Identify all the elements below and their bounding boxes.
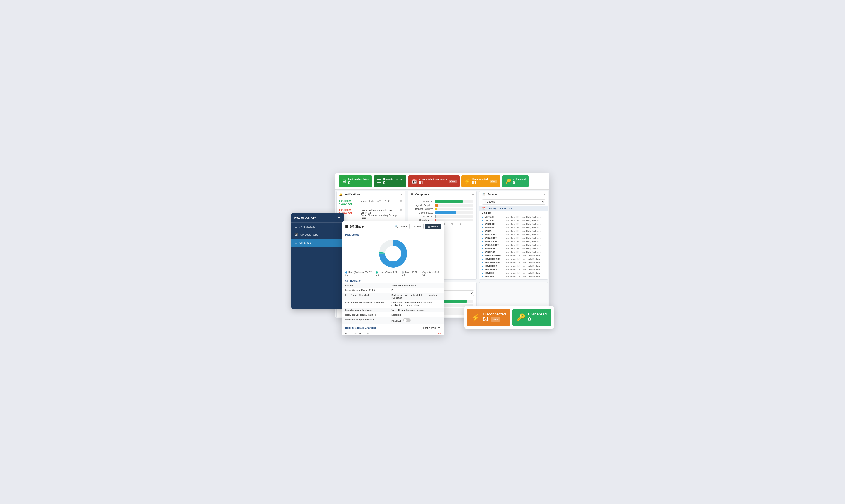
disk-donut-chart bbox=[379, 239, 407, 268]
table-row: Macrium Image Guardian Disabled bbox=[342, 317, 445, 324]
sm-local-repo-label: SM Local Repo bbox=[300, 233, 318, 236]
legend-used-other: Used (Other): 7.22 GB bbox=[376, 271, 397, 276]
sm-share-label: SM Share bbox=[300, 241, 311, 244]
server-icon: ■ bbox=[482, 247, 483, 250]
sidebar-item-aws-storage[interactable]: ☁ AWS Storage bbox=[291, 223, 344, 231]
status-tile-repo-errors[interactable]: ☰ Repository errors 0 bbox=[374, 176, 406, 187]
calendar-icon: 📅 bbox=[411, 179, 417, 184]
backup-change-value: -309 bbox=[436, 333, 441, 334]
chart-label: Unauthorized bbox=[411, 219, 435, 221]
list-item: ■ WIN10-32 Mix Client OS - Intra-Daily B… bbox=[480, 222, 548, 226]
forecast-select[interactable]: SM Share bbox=[482, 199, 545, 204]
recent-period-select[interactable]: Last 7 days bbox=[421, 326, 441, 330]
list-item: ■ SRV2016 Mix Server OS - Intra-Daily Ba… bbox=[480, 271, 548, 275]
delete-button[interactable]: 🗑 Delete bbox=[425, 223, 441, 229]
list-item: ■ SITEMANAGER Mix Server OS - Intra-Dail… bbox=[480, 254, 548, 257]
disk-legend: Used (Backups): 374.37 GB Used (Other): … bbox=[342, 270, 445, 277]
notif-delete-icon[interactable]: 🗑 bbox=[400, 209, 402, 211]
server-icon: ■ bbox=[482, 262, 483, 264]
chart-row-upgrade: Upgrade Required bbox=[411, 204, 473, 206]
sidebar-item-sm-share[interactable]: ☰ SM Share bbox=[291, 239, 344, 247]
drive-icon: 💾 bbox=[294, 233, 298, 236]
unlicensed-card-count: 0 bbox=[528, 316, 531, 322]
svg-point-3 bbox=[385, 246, 401, 262]
chart-label: Connected bbox=[411, 200, 435, 203]
list-item: ■ SRV2012R2 Mix Server OS - Intra-Daily … bbox=[480, 268, 548, 271]
list-item: ■ WIN10-64 Mix Client OS - Intra-Daily B… bbox=[480, 226, 548, 229]
disconnected-card[interactable]: ⚡ Disconnected 51 View bbox=[467, 309, 510, 326]
server-icon: ■ bbox=[482, 223, 483, 225]
notif-item: 06/18/20244:20:04 AM Image started on VI… bbox=[337, 198, 405, 207]
table-row: Full Path \\Sitemanager\Backups bbox=[342, 283, 445, 288]
server-icon: ■ bbox=[482, 275, 483, 278]
notifications-menu-icon[interactable]: ≡ bbox=[401, 193, 402, 196]
disconnected-label: Disconnected bbox=[472, 178, 488, 180]
unscheduled-view[interactable]: View bbox=[449, 180, 456, 183]
disconnected-count: 51 bbox=[472, 180, 488, 185]
disk-chart-container bbox=[342, 237, 445, 270]
server-icon: ■ bbox=[482, 254, 483, 257]
computers-menu-icon[interactable]: ≡ bbox=[472, 193, 474, 196]
server-icon: ■ bbox=[482, 251, 483, 253]
status-tile-unlicensed[interactable]: 🔑 Unlicensed 0 bbox=[502, 176, 529, 187]
backup-file-count-row: Backup File Count Change -309 bbox=[342, 332, 445, 334]
chart-label: Unlicensed bbox=[411, 215, 435, 218]
server-icon: ■ bbox=[482, 227, 483, 229]
browse-button[interactable]: 🔍 Browse bbox=[392, 223, 410, 229]
status-tile-unscheduled[interactable]: 📅 Unscheduled computers 51 View bbox=[408, 176, 460, 187]
config-value-simultaneous: Up to 10 simultaneous backups bbox=[388, 308, 445, 312]
notifications-title: Notifications bbox=[344, 193, 360, 196]
table-row: Retry on Credential Failure Disabled bbox=[342, 312, 445, 317]
repo-header-icon: ☰ bbox=[345, 224, 348, 228]
status-tile-last-backup[interactable]: 🖥 Last backup failed 0 bbox=[339, 176, 372, 187]
backup-change-label: Backup File Count Change bbox=[345, 333, 436, 334]
config-value-guardian: Disabled bbox=[388, 317, 445, 324]
list-item: ■ SRV2003R2-64 Mix Server OS - Intra-Dai… bbox=[480, 261, 548, 264]
status-tile-disconnected[interactable]: ⚡ Disconnected 51 View bbox=[461, 176, 501, 187]
forecast-time-430: 4:30 AM bbox=[480, 211, 548, 215]
configuration-title: Configuration bbox=[342, 277, 445, 283]
add-repository-button[interactable]: ＋ bbox=[337, 215, 341, 220]
cloud-icon: ☁ bbox=[294, 225, 298, 228]
notif-delete-icon[interactable]: 🗑 bbox=[400, 200, 402, 202]
server-icon: ■ bbox=[482, 230, 483, 232]
disconnected-view[interactable]: View bbox=[489, 180, 498, 183]
disconnected-card-view[interactable]: View bbox=[491, 317, 500, 322]
sidebar-header: New Repository ＋ bbox=[291, 213, 344, 223]
list-item: ■ SRV2019 Mix Server OS - Intra-Daily Ba… bbox=[480, 275, 548, 278]
repo-panel-header: ☰ SM Share 🔍 Browse ✏ Edit 🗑 Delete bbox=[342, 221, 445, 231]
server-icon: ■ bbox=[482, 268, 483, 271]
repo-errors-label: Repository errors bbox=[383, 178, 403, 180]
config-value-fullpath: \\Sitemanager\Backups bbox=[388, 283, 445, 288]
monitor-icon: 🖥 bbox=[342, 179, 346, 184]
repository-panel: ☰ SM Share 🔍 Browse ✏ Edit 🗑 Delete bbox=[342, 221, 445, 335]
last-backup-count: 0 bbox=[348, 180, 369, 185]
list-item: ■ WIN7-64BIT Mix Client OS - Intra-Daily… bbox=[480, 236, 548, 240]
unlicensed-card[interactable]: 🔑 Unlicensed 0 bbox=[512, 309, 551, 326]
repo-body: Disk Usage Used (Backups): 374.37 GB Use… bbox=[342, 231, 445, 334]
notif-item: 06/18/20244:20:00 AM Unknown Operation f… bbox=[337, 207, 405, 221]
table-row: Simultaneous Backups Up to 10 simultaneo… bbox=[342, 308, 445, 312]
unscheduled-count: 51 bbox=[419, 180, 447, 185]
notif-date: 06/18/20244:20:04 AM bbox=[339, 200, 359, 205]
list-item: ■ VISTA-32 Mix Client OS - Intra-Daily B… bbox=[480, 215, 548, 219]
sidebar-item-sm-local-repo[interactable]: 💾 SM Local Repo bbox=[291, 231, 344, 239]
forecast-date-tue: 📅 Tuesday - 18 Jun 2024 bbox=[480, 206, 548, 211]
server-icon: ■ bbox=[482, 216, 483, 218]
guardian-toggle[interactable] bbox=[403, 318, 411, 322]
unlicensed-label: Unlicensed bbox=[513, 178, 526, 180]
list-item: ■ SRV2022-CORE Mix Server OS - Intra-Dai… bbox=[480, 278, 548, 280]
list-item: ■ WIN7-32BIT Mix Client OS - Intra-Daily… bbox=[480, 233, 548, 236]
forecast-menu-icon[interactable]: ≡ bbox=[543, 193, 545, 196]
trash-icon: 🗑 bbox=[428, 225, 430, 228]
config-label-mountpoint: Local Volume Mount Point bbox=[342, 288, 388, 293]
notif-message: Image started on VISTA-32 bbox=[361, 200, 398, 202]
chart-row-connected: Connected bbox=[411, 200, 473, 203]
chart-label: Disconnected bbox=[411, 211, 435, 214]
edit-button[interactable]: ✏ Edit bbox=[411, 223, 424, 229]
disconnected-card-label: Disconnected bbox=[483, 312, 506, 316]
server-icon: ■ bbox=[482, 244, 483, 246]
forecast-icon: 📋 bbox=[482, 193, 485, 196]
config-label-fullpath: Full Path bbox=[342, 283, 388, 288]
status-bar: 🖥 Last backup failed 0 ☰ Repository erro… bbox=[335, 173, 550, 190]
